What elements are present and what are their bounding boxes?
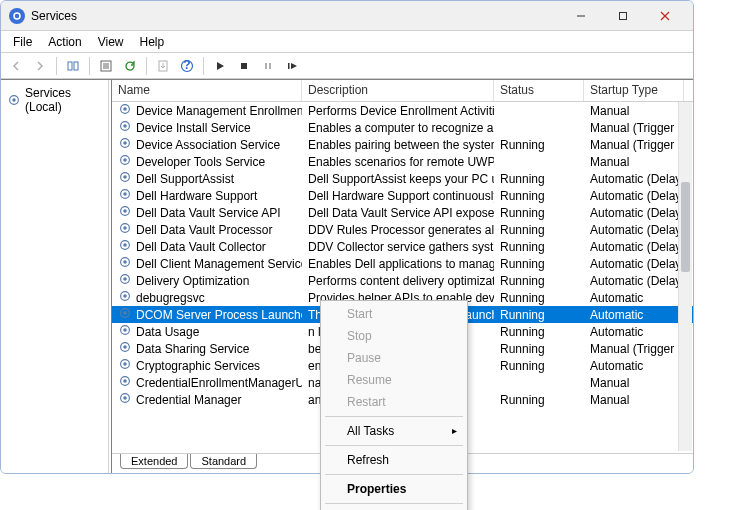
col-header-startup[interactable]: Startup Type xyxy=(584,80,684,101)
cell-startup: Automatic (Delaye... xyxy=(584,189,684,203)
cell-name: Device Install Service xyxy=(112,119,302,136)
submenu-arrow-icon: ▸ xyxy=(452,425,457,436)
cell-startup: Automatic (Delaye... xyxy=(584,274,684,288)
list-header: Name Description Status Startup Type xyxy=(112,80,693,102)
cell-description: Enables a computer to recognize and a... xyxy=(302,121,494,135)
ctx-all-tasks[interactable]: All Tasks ▸ xyxy=(323,420,465,442)
gear-icon xyxy=(118,153,132,170)
scrollbar-thumb[interactable] xyxy=(681,182,690,272)
cell-startup: Automatic xyxy=(584,359,684,373)
separator xyxy=(146,57,147,75)
service-row[interactable]: Dell SupportAssistDell SupportAssist kee… xyxy=(112,170,693,187)
ctx-properties[interactable]: Properties xyxy=(323,478,465,500)
cell-status: Running xyxy=(494,325,584,339)
separator xyxy=(203,57,204,75)
minimize-button[interactable] xyxy=(561,4,601,28)
restart-service-button[interactable] xyxy=(281,55,303,77)
cell-startup: Automatic (Delaye... xyxy=(584,240,684,254)
service-row[interactable]: Dell Hardware SupportDell Hardware Suppo… xyxy=(112,187,693,204)
refresh-button[interactable] xyxy=(119,55,141,77)
svg-rect-6 xyxy=(74,62,78,70)
menu-file[interactable]: File xyxy=(5,33,40,51)
vertical-scrollbar[interactable] xyxy=(678,102,692,451)
forward-button[interactable] xyxy=(29,55,51,77)
service-name: Credential Manager xyxy=(136,393,241,407)
cell-status: Running xyxy=(494,308,584,322)
tab-extended[interactable]: Extended xyxy=(120,454,188,469)
properties-button[interactable] xyxy=(95,55,117,77)
gear-icon xyxy=(118,357,132,374)
col-header-status[interactable]: Status xyxy=(494,80,584,101)
service-name: CredentialEnrollmentManagerUserSvc... xyxy=(136,376,302,390)
svg-rect-17 xyxy=(288,63,290,69)
cell-name: Dell SupportAssist xyxy=(112,170,302,187)
help-button[interactable]: ? xyxy=(176,55,198,77)
gear-icon xyxy=(118,187,132,204)
back-button[interactable] xyxy=(5,55,27,77)
cell-name: Dell Data Vault Processor xyxy=(112,221,302,238)
cell-name: DCOM Server Process Launcher xyxy=(112,306,302,323)
service-row[interactable]: Delivery OptimizationPerforms content de… xyxy=(112,272,693,289)
cell-status: Running xyxy=(494,240,584,254)
cell-description: DDV Rules Processor generates alerts ba.… xyxy=(302,223,494,237)
cell-startup: Manual (Trigger St... xyxy=(584,342,684,356)
svg-point-49 xyxy=(123,345,127,349)
cell-status: Running xyxy=(494,342,584,356)
service-name: Dell Data Vault Collector xyxy=(136,240,266,254)
col-header-description[interactable]: Description xyxy=(302,80,494,101)
service-row[interactable]: Developer Tools ServiceEnables scenarios… xyxy=(112,153,693,170)
menu-action[interactable]: Action xyxy=(40,33,89,51)
cell-status: Running xyxy=(494,206,584,220)
service-row[interactable]: Dell Data Vault CollectorDDV Collector s… xyxy=(112,238,693,255)
separator xyxy=(56,57,57,75)
menu-view[interactable]: View xyxy=(90,33,132,51)
gear-icon xyxy=(118,238,132,255)
svg-point-19 xyxy=(12,98,16,102)
service-row[interactable]: Device Association ServiceEnables pairin… xyxy=(112,136,693,153)
service-row[interactable]: Dell Data Vault ProcessorDDV Rules Proce… xyxy=(112,221,693,238)
service-row[interactable]: Device Install ServiceEnables a computer… xyxy=(112,119,693,136)
cell-status: Running xyxy=(494,274,584,288)
svg-point-35 xyxy=(123,226,127,230)
ctx-restart[interactable]: Restart xyxy=(323,391,465,413)
ctx-pause[interactable]: Pause xyxy=(323,347,465,369)
cell-startup: Manual xyxy=(584,104,684,118)
cell-name: Data Usage xyxy=(112,323,302,340)
context-menu: Start Stop Pause Resume Restart All Task… xyxy=(320,300,468,510)
service-row[interactable]: Dell Data Vault Service APIDell Data Vau… xyxy=(112,204,693,221)
svg-point-33 xyxy=(123,209,127,213)
cell-status: Running xyxy=(494,257,584,271)
col-header-name[interactable]: Name xyxy=(112,80,302,101)
start-service-button[interactable] xyxy=(209,55,231,77)
service-row[interactable]: Device Management Enrollment ServicePerf… xyxy=(112,102,693,119)
maximize-button[interactable] xyxy=(603,4,643,28)
gear-icon xyxy=(118,323,132,340)
cell-status: Running xyxy=(494,138,584,152)
tab-standard[interactable]: Standard xyxy=(190,454,257,469)
cell-description: Enables scenarios for remote UWP appli..… xyxy=(302,155,494,169)
close-button[interactable] xyxy=(645,4,685,28)
show-hide-button[interactable] xyxy=(62,55,84,77)
service-name: DCOM Server Process Launcher xyxy=(136,308,302,322)
stop-service-button[interactable] xyxy=(233,55,255,77)
svg-point-41 xyxy=(123,277,127,281)
ctx-refresh[interactable]: Refresh xyxy=(323,449,465,471)
ctx-resume[interactable]: Resume xyxy=(323,369,465,391)
service-name: Developer Tools Service xyxy=(136,155,265,169)
tree-pane[interactable]: Services (Local) xyxy=(1,80,109,473)
gear-icon xyxy=(118,340,132,357)
ctx-start[interactable]: Start xyxy=(323,303,465,325)
cell-name: Credential Manager xyxy=(112,391,302,408)
cell-startup: Manual xyxy=(584,376,684,390)
service-row[interactable]: Dell Client Management ServiceEnables De… xyxy=(112,255,693,272)
svg-point-23 xyxy=(123,124,127,128)
titlebar[interactable]: Services xyxy=(1,1,693,31)
cell-status: Running xyxy=(494,291,584,305)
ctx-stop[interactable]: Stop xyxy=(323,325,465,347)
tree-item-services-local[interactable]: Services (Local) xyxy=(3,84,106,116)
svg-point-53 xyxy=(123,379,127,383)
cell-startup: Automatic (Delaye... xyxy=(584,223,684,237)
pause-service-button[interactable] xyxy=(257,55,279,77)
export-button[interactable] xyxy=(152,55,174,77)
menu-help[interactable]: Help xyxy=(132,33,173,51)
